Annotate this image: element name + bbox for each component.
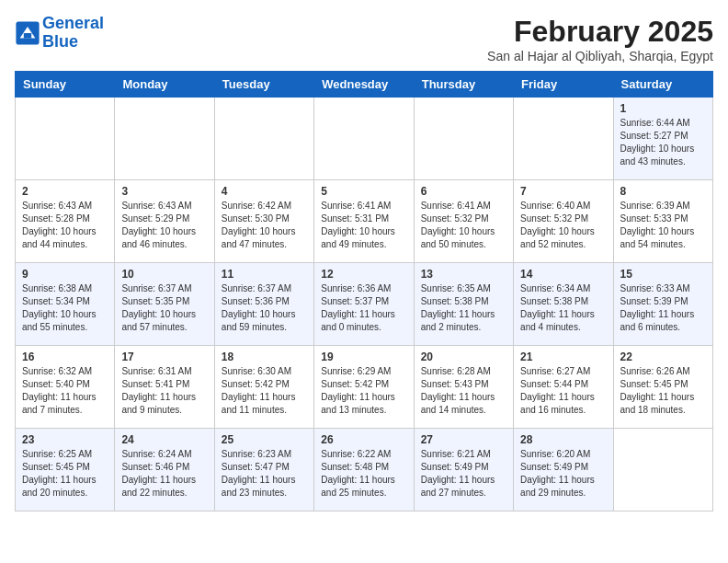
calendar-cell: 27Sunrise: 6:21 AM Sunset: 5:49 PM Dayli… <box>414 429 513 511</box>
day-number: 16 <box>22 350 108 363</box>
day-info: Sunrise: 6:27 AM Sunset: 5:44 PM Dayligh… <box>520 365 606 417</box>
day-info: Sunrise: 6:39 AM Sunset: 5:33 PM Dayligh… <box>620 200 706 251</box>
day-info: Sunrise: 6:32 AM Sunset: 5:40 PM Dayligh… <box>22 365 108 417</box>
calendar-week-row: 23Sunrise: 6:25 AM Sunset: 5:45 PM Dayli… <box>16 429 713 511</box>
day-header-thursday: Thursday <box>414 72 513 98</box>
calendar-cell: 7Sunrise: 6:40 AM Sunset: 5:32 PM Daylig… <box>514 180 613 263</box>
calendar-cell <box>414 98 513 180</box>
calendar-cell: 18Sunrise: 6:30 AM Sunset: 5:42 PM Dayli… <box>214 346 313 429</box>
day-number: 18 <box>222 350 307 363</box>
day-number: 10 <box>121 268 207 281</box>
calendar-week-row: 9Sunrise: 6:38 AM Sunset: 5:34 PM Daylig… <box>16 263 713 346</box>
day-info: Sunrise: 6:35 AM Sunset: 5:38 PM Dayligh… <box>421 282 506 334</box>
page-header: General Blue February 2025 San al Hajar … <box>15 15 713 63</box>
day-info: Sunrise: 6:41 AM Sunset: 5:32 PM Dayligh… <box>421 200 506 251</box>
calendar-cell: 13Sunrise: 6:35 AM Sunset: 5:38 PM Dayli… <box>414 263 513 346</box>
day-info: Sunrise: 6:37 AM Sunset: 5:36 PM Dayligh… <box>222 282 307 334</box>
calendar-cell: 22Sunrise: 6:26 AM Sunset: 5:45 PM Dayli… <box>613 346 712 429</box>
day-info: Sunrise: 6:20 AM Sunset: 5:49 PM Dayligh… <box>520 448 606 500</box>
day-number: 6 <box>421 185 506 198</box>
calendar-cell: 28Sunrise: 6:20 AM Sunset: 5:49 PM Dayli… <box>514 429 613 511</box>
title-block: February 2025 San al Hajar al Qibliyah, … <box>487 15 713 63</box>
day-header-tuesday: Tuesday <box>214 72 313 98</box>
day-number: 11 <box>222 268 307 281</box>
day-number: 23 <box>22 433 108 446</box>
calendar-cell: 20Sunrise: 6:28 AM Sunset: 5:43 PM Dayli… <box>414 346 513 429</box>
day-info: Sunrise: 6:22 AM Sunset: 5:48 PM Dayligh… <box>321 448 406 500</box>
day-info: Sunrise: 6:24 AM Sunset: 5:46 PM Dayligh… <box>121 448 207 500</box>
day-number: 1 <box>620 102 706 115</box>
day-number: 17 <box>121 350 207 363</box>
day-header-sunday: Sunday <box>16 72 115 98</box>
logo-text: General Blue <box>42 15 104 52</box>
day-number: 2 <box>22 185 108 198</box>
calendar-cell: 9Sunrise: 6:38 AM Sunset: 5:34 PM Daylig… <box>16 263 115 346</box>
day-number: 22 <box>620 350 706 363</box>
day-number: 3 <box>121 185 207 198</box>
day-info: Sunrise: 6:26 AM Sunset: 5:45 PM Dayligh… <box>620 365 706 417</box>
subtitle: San al Hajar al Qibliyah, Sharqia, Egypt <box>487 49 713 63</box>
day-number: 21 <box>520 350 606 363</box>
day-info: Sunrise: 6:43 AM Sunset: 5:28 PM Dayligh… <box>22 200 108 251</box>
day-info: Sunrise: 6:44 AM Sunset: 5:27 PM Dayligh… <box>620 117 706 168</box>
day-info: Sunrise: 6:30 AM Sunset: 5:42 PM Dayligh… <box>222 365 307 417</box>
day-info: Sunrise: 6:40 AM Sunset: 5:32 PM Dayligh… <box>520 200 606 251</box>
day-info: Sunrise: 6:41 AM Sunset: 5:31 PM Dayligh… <box>321 200 406 251</box>
calendar-cell <box>16 98 115 180</box>
day-number: 8 <box>620 185 706 198</box>
day-info: Sunrise: 6:28 AM Sunset: 5:43 PM Dayligh… <box>421 365 506 417</box>
calendar-cell: 2Sunrise: 6:43 AM Sunset: 5:28 PM Daylig… <box>16 180 115 263</box>
day-header-saturday: Saturday <box>613 72 712 98</box>
day-number: 28 <box>520 433 606 446</box>
calendar-body: 1Sunrise: 6:44 AM Sunset: 5:27 PM Daylig… <box>16 98 713 511</box>
day-info: Sunrise: 6:31 AM Sunset: 5:41 PM Dayligh… <box>121 365 207 417</box>
day-number: 12 <box>321 268 406 281</box>
calendar-cell <box>514 98 613 180</box>
calendar-cell: 12Sunrise: 6:36 AM Sunset: 5:37 PM Dayli… <box>314 263 414 346</box>
day-number: 14 <box>520 268 606 281</box>
calendar-week-row: 16Sunrise: 6:32 AM Sunset: 5:40 PM Dayli… <box>16 346 713 429</box>
calendar-cell: 24Sunrise: 6:24 AM Sunset: 5:46 PM Dayli… <box>115 429 214 511</box>
day-number: 24 <box>121 433 207 446</box>
calendar-table: SundayMondayTuesdayWednesdayThursdayFrid… <box>15 71 713 511</box>
calendar-cell: 14Sunrise: 6:34 AM Sunset: 5:38 PM Dayli… <box>514 263 613 346</box>
calendar-cell: 5Sunrise: 6:41 AM Sunset: 5:31 PM Daylig… <box>314 180 414 263</box>
day-header-friday: Friday <box>514 72 613 98</box>
calendar-cell: 25Sunrise: 6:23 AM Sunset: 5:47 PM Dayli… <box>214 429 313 511</box>
day-info: Sunrise: 6:25 AM Sunset: 5:45 PM Dayligh… <box>22 448 108 500</box>
calendar-cell: 8Sunrise: 6:39 AM Sunset: 5:33 PM Daylig… <box>613 180 712 263</box>
calendar-cell <box>314 98 414 180</box>
calendar-cell: 15Sunrise: 6:33 AM Sunset: 5:39 PM Dayli… <box>613 263 712 346</box>
calendar-cell: 10Sunrise: 6:37 AM Sunset: 5:35 PM Dayli… <box>115 263 214 346</box>
logo: General Blue <box>15 15 104 52</box>
day-info: Sunrise: 6:21 AM Sunset: 5:49 PM Dayligh… <box>421 448 506 500</box>
calendar-week-row: 2Sunrise: 6:43 AM Sunset: 5:28 PM Daylig… <box>16 180 713 263</box>
logo-icon <box>15 20 40 46</box>
calendar-cell <box>214 98 313 180</box>
day-info: Sunrise: 6:29 AM Sunset: 5:42 PM Dayligh… <box>321 365 406 417</box>
calendar-cell: 19Sunrise: 6:29 AM Sunset: 5:42 PM Dayli… <box>314 346 414 429</box>
day-number: 19 <box>321 350 406 363</box>
calendar-cell: 16Sunrise: 6:32 AM Sunset: 5:40 PM Dayli… <box>16 346 115 429</box>
day-number: 20 <box>421 350 506 363</box>
day-number: 27 <box>421 433 506 446</box>
day-info: Sunrise: 6:36 AM Sunset: 5:37 PM Dayligh… <box>321 282 406 334</box>
day-number: 9 <box>22 268 108 281</box>
calendar-cell: 6Sunrise: 6:41 AM Sunset: 5:32 PM Daylig… <box>414 180 513 263</box>
day-number: 26 <box>321 433 406 446</box>
day-info: Sunrise: 6:34 AM Sunset: 5:38 PM Dayligh… <box>520 282 606 334</box>
day-info: Sunrise: 6:23 AM Sunset: 5:47 PM Dayligh… <box>222 448 307 500</box>
calendar-cell: 21Sunrise: 6:27 AM Sunset: 5:44 PM Dayli… <box>514 346 613 429</box>
day-info: Sunrise: 6:33 AM Sunset: 5:39 PM Dayligh… <box>620 282 706 334</box>
day-header-monday: Monday <box>115 72 214 98</box>
calendar-header-row: SundayMondayTuesdayWednesdayThursdayFrid… <box>16 72 713 98</box>
calendar-cell: 11Sunrise: 6:37 AM Sunset: 5:36 PM Dayli… <box>214 263 313 346</box>
day-number: 25 <box>222 433 307 446</box>
calendar-cell: 1Sunrise: 6:44 AM Sunset: 5:27 PM Daylig… <box>613 98 712 180</box>
day-info: Sunrise: 6:38 AM Sunset: 5:34 PM Dayligh… <box>22 282 108 334</box>
month-title: February 2025 <box>487 15 713 49</box>
day-info: Sunrise: 6:43 AM Sunset: 5:29 PM Dayligh… <box>121 200 207 251</box>
calendar-week-row: 1Sunrise: 6:44 AM Sunset: 5:27 PM Daylig… <box>16 98 713 180</box>
day-number: 15 <box>620 268 706 281</box>
day-number: 4 <box>222 185 307 198</box>
